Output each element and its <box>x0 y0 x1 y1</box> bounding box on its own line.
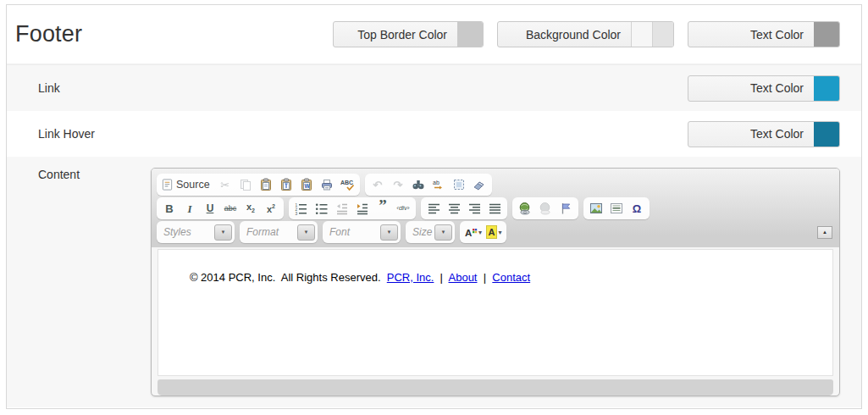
link-button[interactable] <box>515 199 535 218</box>
strikethrough-button[interactable]: abc <box>220 199 240 218</box>
link-text-color-label: Text Color <box>688 76 814 101</box>
source-button[interactable]: Source <box>159 175 215 194</box>
background-color-label: Background Color <box>498 22 631 47</box>
svg-text:ab: ab <box>433 180 440 185</box>
toolbar-row-3: Styles ▼ Format ▼ Font ▼ Size ▼ <box>157 220 834 244</box>
font-dropdown[interactable]: Font ▼ <box>323 221 401 243</box>
styles-dropdown-caret-icon[interactable]: ▼ <box>214 224 232 241</box>
align-left-button[interactable] <box>423 199 444 218</box>
font-dropdown-label: Font <box>325 226 378 238</box>
paste-icon <box>259 178 273 191</box>
remove-format-button[interactable] <box>469 175 489 194</box>
top-border-color-button[interactable]: Top Border Color <box>333 21 484 47</box>
align-left-icon <box>428 203 440 214</box>
collapse-toolbar-button[interactable]: ▲ <box>817 226 832 239</box>
svg-text:ABC: ABC <box>340 180 353 185</box>
align-center-icon <box>448 203 461 214</box>
link-row: Link Text Color <box>7 64 861 111</box>
text-color-caret-icon: ▾ <box>478 229 482 236</box>
outdent-button[interactable] <box>332 199 352 218</box>
link-about[interactable]: About <box>449 271 478 284</box>
text-color-picker-button[interactable]: A ▾ <box>462 223 484 241</box>
toolbar-row-1: Source ✂ <box>157 173 834 196</box>
link-contact[interactable]: Contact <box>492 271 530 284</box>
background-color-picker-button[interactable]: A ▾ <box>484 223 504 241</box>
cut-button[interactable]: ✂ <box>215 175 235 194</box>
header-buttons: Top Border Color Background Color Text C… <box>333 21 840 47</box>
size-dropdown[interactable]: Size ▼ <box>406 221 455 243</box>
underline-icon: U <box>207 203 214 213</box>
link-pcr-inc[interactable]: PCR, Inc. <box>387 271 434 284</box>
size-dropdown-caret-icon[interactable]: ▼ <box>434 224 452 241</box>
paste-from-word-icon: W <box>300 178 313 191</box>
toolbar-group-colors: A ▾ A ▾ <box>460 221 506 243</box>
redo-button[interactable]: ↷ <box>388 175 408 194</box>
bulleted-list-button[interactable] <box>312 199 332 218</box>
paste-from-word-button[interactable]: W <box>296 175 317 194</box>
background-color-button[interactable]: Background Color <box>497 21 674 47</box>
link-text-color-button[interactable]: Text Color <box>688 75 840 102</box>
paste-plain-text-icon <box>279 178 293 191</box>
italic-button[interactable]: I <box>180 199 200 218</box>
text-color-button[interactable]: Text Color <box>688 21 840 47</box>
horizontal-rule-button[interactable] <box>606 199 627 218</box>
font-dropdown-caret-icon[interactable]: ▼ <box>380 224 398 241</box>
blockquote-button[interactable]: ” <box>373 199 393 218</box>
italic-icon: I <box>187 203 191 214</box>
replace-icon: ab <box>432 178 445 191</box>
align-right-button[interactable] <box>464 199 484 218</box>
div-container-button[interactable]: ‹div› <box>393 199 413 218</box>
top-border-color-swatch <box>457 22 483 47</box>
bold-button[interactable]: B <box>159 199 180 218</box>
collapse-toolbar-icon: ▲ <box>822 230 827 235</box>
find-button[interactable] <box>408 175 428 194</box>
underline-button[interactable]: U <box>200 199 220 218</box>
undo-button[interactable]: ↶ <box>368 175 388 194</box>
format-dropdown-caret-icon[interactable]: ▼ <box>297 224 315 241</box>
toolbar-group-clipboard: Source ✂ <box>157 174 360 196</box>
align-center-button[interactable] <box>444 199 464 218</box>
align-right-icon <box>468 203 481 214</box>
subscript-button[interactable]: x2 <box>240 199 261 218</box>
text-color-icon: A <box>464 226 478 238</box>
cut-icon: ✂ <box>220 179 229 191</box>
copy-icon <box>239 178 252 191</box>
anchor-button[interactable] <box>556 199 576 218</box>
select-all-button[interactable] <box>449 175 469 194</box>
replace-button[interactable]: ab <box>428 175 449 194</box>
styles-dropdown[interactable]: Styles ▼ <box>157 221 235 243</box>
special-character-icon: Ω <box>633 203 641 214</box>
background-color-swatch-2 <box>652 22 673 47</box>
format-dropdown[interactable]: Format ▼ <box>240 221 318 243</box>
link-text-color-swatch <box>814 76 839 101</box>
footer-settings-panel: Footer Top Border Color Background Color… <box>6 4 862 409</box>
background-color-swatch-1 <box>631 22 652 47</box>
special-character-button[interactable]: Ω <box>627 199 647 218</box>
copy-button[interactable] <box>235 175 256 194</box>
find-icon <box>412 178 425 191</box>
superscript-button[interactable]: x2 <box>261 199 281 218</box>
toolbar-row-2: B I U abc x2 x2 1 <box>157 196 834 220</box>
indent-button[interactable] <box>352 199 373 218</box>
editor-content-area[interactable]: © 2014 PCR, Inc. All Rights Reserved. PC… <box>158 249 833 376</box>
paste-button[interactable] <box>256 175 276 194</box>
toolbar-group-basicstyles: B I U abc x2 x2 <box>157 197 284 219</box>
print-button[interactable] <box>317 175 337 194</box>
unlink-button[interactable] <box>535 199 556 218</box>
paste-plain-text-button[interactable] <box>276 175 296 194</box>
toolbar-group-links <box>512 197 578 219</box>
link-hover-row: Link Hover Text Color <box>7 111 861 157</box>
content-row: Content Source <box>7 157 861 407</box>
link-hover-text-color-button[interactable]: Text Color <box>688 121 840 147</box>
numbered-list-button[interactable]: 1 2 3 <box>291 199 312 218</box>
superscript-icon: x2 <box>267 203 275 214</box>
select-all-icon <box>452 178 466 191</box>
toolbar-group-undo: ↶ ↷ <box>365 174 492 196</box>
justify-button[interactable] <box>484 199 505 218</box>
size-dropdown-label: Size <box>408 226 432 238</box>
page-title: Footer <box>15 21 333 47</box>
spell-check-button[interactable]: ABC <box>337 175 357 194</box>
rich-text-editor: Source ✂ <box>151 168 840 396</box>
link-hover-text-color-label: Text Color <box>688 122 814 147</box>
image-button[interactable] <box>586 199 606 218</box>
